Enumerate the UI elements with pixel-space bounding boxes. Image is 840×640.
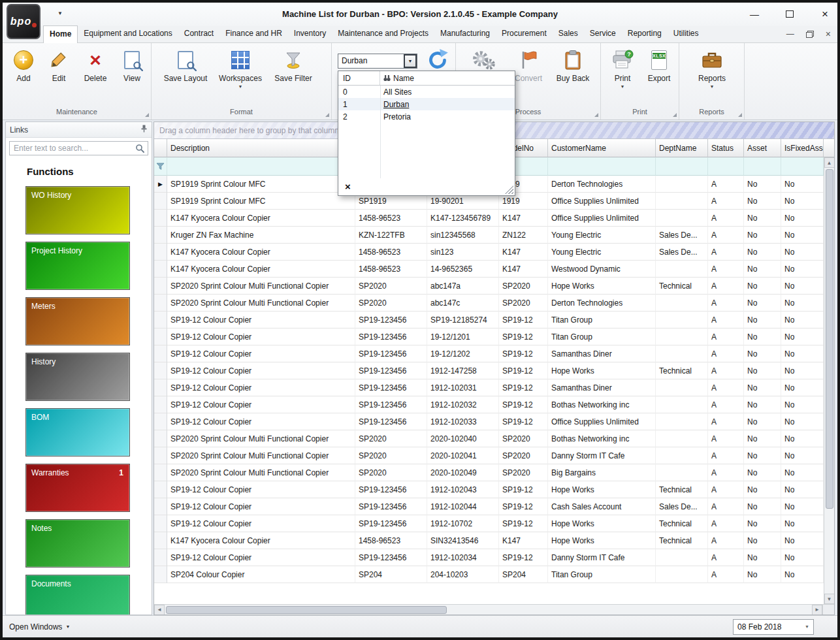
function-button[interactable]: Warranties 1 bbox=[25, 464, 130, 512]
machine-row[interactable]: K147 Kyocera Colour Copier 1458-96523 si… bbox=[154, 244, 824, 261]
ribbon-tab[interactable]: Finance and HR bbox=[219, 25, 288, 42]
dialog-launcher-icon[interactable] bbox=[594, 113, 598, 117]
filter-cell[interactable] bbox=[744, 157, 781, 176]
print-button[interactable]: ? Print ▼ bbox=[606, 48, 639, 89]
ribbon-tab[interactable]: Contract bbox=[178, 25, 219, 42]
column-header-description[interactable]: Description bbox=[167, 139, 355, 157]
ribbon-tab[interactable]: Reporting bbox=[622, 25, 668, 42]
machine-row[interactable]: SP19-12 Colour Copier SP19-123456 19-12/… bbox=[154, 345, 824, 362]
dialog-launcher-icon[interactable] bbox=[738, 113, 742, 117]
ribbon-tab[interactable]: Manufacturing bbox=[434, 25, 496, 42]
machine-row[interactable]: SP19-12 Colour Copier SP19-123456 1912-1… bbox=[154, 481, 824, 498]
delete-button[interactable]: × Delete bbox=[78, 48, 112, 83]
machine-row[interactable]: SP2020 Sprint Colour Multi Functional Co… bbox=[154, 447, 824, 464]
machine-row[interactable]: K147 Kyocera Colour Copier 1458-96523 K1… bbox=[154, 210, 824, 227]
machine-row[interactable]: SP2020 Sprint Colour Multi Functional Co… bbox=[154, 278, 824, 295]
machine-row[interactable]: Kruger ZN Fax Machine KZN-122TFB sin1234… bbox=[154, 227, 824, 244]
column-header-deptname[interactable]: DeptName bbox=[656, 139, 708, 157]
site-combo[interactable]: Durban ▼ bbox=[338, 54, 417, 69]
ribbon-tab[interactable]: Inventory bbox=[288, 25, 332, 42]
machine-row[interactable]: SP19-12 Colour Copier SP19-123456 19-12/… bbox=[154, 328, 824, 345]
machine-row[interactable]: SP2020 Sprint Colour Multi Functional Co… bbox=[154, 464, 824, 481]
function-button[interactable]: BOM bbox=[25, 408, 130, 456]
ribbon-tab[interactable]: Home bbox=[43, 25, 78, 43]
site-id-header[interactable]: ID bbox=[338, 71, 380, 85]
save-filter-button[interactable]: Save Filter bbox=[270, 48, 316, 89]
machine-row[interactable]: K147 Kyocera Colour Copier 1458-96523 SI… bbox=[154, 532, 824, 549]
refresh-button[interactable] bbox=[423, 48, 452, 72]
ribbon-tab[interactable]: Utilities bbox=[668, 25, 705, 42]
document-restore-icon[interactable] bbox=[806, 31, 814, 38]
ribbon-tab[interactable]: Maintenance and Projects bbox=[332, 25, 434, 42]
filter-funnel-icon[interactable] bbox=[154, 157, 167, 176]
scroll-left-arrow[interactable]: ◄ bbox=[154, 605, 165, 615]
column-header-isfixedasset[interactable]: IsFixedAsset bbox=[781, 139, 824, 157]
ribbon-tab[interactable]: Equipment and Locations bbox=[78, 25, 178, 42]
quick-access-caret-icon[interactable]: ▼ bbox=[57, 10, 63, 16]
buy-back-button[interactable]: Buy Back bbox=[553, 48, 593, 83]
filter-cell[interactable] bbox=[656, 157, 708, 176]
ribbon-tab[interactable]: Procurement bbox=[496, 25, 553, 42]
function-button[interactable]: Meters bbox=[25, 297, 130, 345]
pin-icon[interactable] bbox=[140, 125, 148, 135]
machine-row[interactable]: K147 Kyocera Colour Copier 1458-96523 14… bbox=[154, 261, 824, 278]
function-button[interactable]: Notes bbox=[25, 519, 130, 568]
edit-button[interactable]: Edit bbox=[43, 48, 74, 83]
reports-button[interactable]: Reports ▼ bbox=[692, 48, 732, 89]
document-close-button[interactable]: × bbox=[826, 29, 831, 39]
search-input[interactable] bbox=[9, 141, 148, 155]
open-windows-button[interactable]: Open Windows ▼ bbox=[9, 622, 70, 632]
horizontal-scrollbar[interactable]: ◄ ► bbox=[154, 604, 822, 615]
clear-filter-icon[interactable]: × bbox=[345, 182, 351, 192]
function-button[interactable]: History bbox=[25, 353, 130, 401]
filter-cell[interactable] bbox=[708, 157, 744, 176]
dialog-launcher-icon[interactable] bbox=[673, 113, 677, 117]
filter-cell[interactable] bbox=[167, 157, 355, 176]
maximize-button[interactable] bbox=[784, 9, 796, 20]
machine-row[interactable]: SP19-12 Colour Copier SP19-123456 1912-1… bbox=[154, 379, 824, 396]
machine-row[interactable]: SP19-12 Colour Copier SP19-123456 1912-1… bbox=[154, 413, 824, 430]
scroll-right-arrow[interactable]: ► bbox=[812, 605, 822, 615]
machine-row[interactable]: SP19-12 Colour Copier SP19-123456 1912-1… bbox=[154, 362, 824, 379]
machine-row[interactable]: SP19-12 Colour Copier SP19-123456 SP19-1… bbox=[154, 312, 824, 328]
horizontal-scroll-thumb[interactable] bbox=[166, 606, 447, 614]
export-button[interactable]: XLSX Export bbox=[643, 48, 675, 89]
ribbon-minimize-button[interactable]: — bbox=[786, 29, 794, 39]
dialog-launcher-icon[interactable] bbox=[145, 113, 149, 117]
scroll-up-arrow[interactable]: ▲ bbox=[824, 157, 835, 168]
minimize-button[interactable]: — bbox=[749, 9, 760, 20]
function-button[interactable]: WO History bbox=[25, 186, 130, 234]
machine-row[interactable]: SP19-12 Colour Copier SP19-123456 1912-1… bbox=[154, 396, 824, 413]
function-button[interactable]: Project History bbox=[25, 242, 130, 290]
machine-row[interactable]: SP204 Colour Copier SP204 204-10203 SP20… bbox=[154, 566, 824, 583]
workspaces-button[interactable]: Workspaces ▼ bbox=[214, 48, 267, 89]
machine-row[interactable]: SP19-12 Colour Copier SP19-123456 1912-1… bbox=[154, 498, 824, 515]
filter-cell[interactable] bbox=[548, 157, 656, 176]
site-option[interactable]: 1 Durban bbox=[338, 98, 515, 110]
add-button[interactable]: + Add bbox=[8, 48, 39, 83]
machine-row[interactable]: SP19-12 Colour Copier SP19-123456 1912-1… bbox=[154, 515, 824, 532]
resize-grip-icon[interactable] bbox=[505, 185, 513, 194]
site-combo-dropdown-button[interactable]: ▼ bbox=[404, 54, 417, 68]
filter-cell[interactable] bbox=[781, 157, 824, 176]
ribbon-tab[interactable]: Sales bbox=[553, 25, 584, 42]
site-option[interactable]: 2 Pretoria bbox=[338, 110, 515, 123]
save-layout-button[interactable]: Save Layout bbox=[161, 48, 210, 89]
machine-row[interactable]: SP19-12 Colour Copier SP19-123456 1912-1… bbox=[154, 549, 824, 566]
view-button[interactable]: View bbox=[116, 48, 148, 83]
machine-row[interactable]: SP2020 Sprint Colour Multi Functional Co… bbox=[154, 430, 824, 447]
dialog-launcher-icon[interactable] bbox=[325, 113, 329, 117]
scroll-down-arrow[interactable]: ▼ bbox=[824, 594, 835, 604]
column-header-asset[interactable]: Asset bbox=[744, 139, 781, 157]
close-button[interactable]: × bbox=[819, 8, 831, 21]
date-picker[interactable]: 08 Feb 2018 ▼ bbox=[733, 619, 814, 635]
vertical-scrollbar[interactable]: ▲ ▼ bbox=[824, 157, 834, 604]
site-option[interactable]: 0 All Sites bbox=[338, 86, 515, 98]
site-name-header[interactable]: Name bbox=[380, 71, 515, 85]
column-header-customername[interactable]: CustomerName bbox=[548, 139, 656, 157]
function-button[interactable]: Documents bbox=[25, 575, 130, 615]
machine-row[interactable]: SP2020 Sprint Colour Multi Functional Co… bbox=[154, 295, 824, 312]
vertical-scroll-thumb[interactable] bbox=[826, 169, 833, 509]
ribbon-tab[interactable]: Service bbox=[584, 25, 622, 42]
column-header-status[interactable]: Status bbox=[708, 139, 744, 157]
